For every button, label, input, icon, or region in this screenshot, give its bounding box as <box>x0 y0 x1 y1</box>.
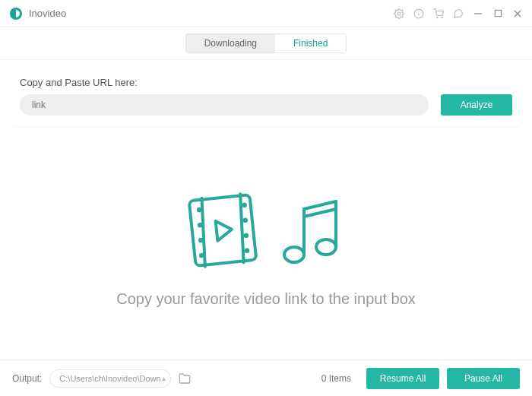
svg-line-29 <box>304 209 336 217</box>
url-label: Copy and Paste URL here: <box>20 77 512 88</box>
svg-point-21 <box>245 234 248 236</box>
info-icon[interactable] <box>413 8 424 19</box>
tab-group: Downloading Finished <box>185 33 347 53</box>
title-left: Inovideo <box>9 7 66 21</box>
folder-icon[interactable] <box>178 372 192 385</box>
resume-all-button[interactable]: Resume All <box>366 368 439 389</box>
svg-point-25 <box>316 239 336 255</box>
svg-rect-9 <box>495 10 501 16</box>
output-path-input[interactable] <box>49 369 171 388</box>
svg-point-20 <box>244 219 246 221</box>
chat-icon[interactable] <box>453 8 464 19</box>
app-logo-icon <box>9 7 23 21</box>
svg-point-6 <box>437 17 438 17</box>
svg-point-1 <box>14 12 16 14</box>
output-path-caret-icon[interactable]: ▴ <box>162 374 166 382</box>
cart-icon[interactable] <box>433 8 444 19</box>
svg-point-7 <box>442 17 442 17</box>
tabs-row: Downloading Finished <box>0 27 532 60</box>
svg-point-19 <box>243 204 245 206</box>
empty-message: Copy your favorite video link to the inp… <box>116 290 416 308</box>
svg-point-17 <box>200 239 202 241</box>
pause-all-button[interactable]: Pause All <box>447 368 520 389</box>
title-right <box>394 8 523 19</box>
svg-line-28 <box>304 201 336 209</box>
footer: Output: ▴ 0 Items Resume All Pause All <box>0 360 532 396</box>
url-input[interactable] <box>20 94 429 116</box>
settings-icon[interactable] <box>394 8 404 19</box>
svg-point-2 <box>397 12 401 15</box>
svg-point-16 <box>199 223 201 226</box>
url-section: Copy and Paste URL here: Analyze <box>12 66 520 126</box>
empty-illustration <box>185 188 347 275</box>
svg-point-18 <box>201 254 203 256</box>
music-note-icon <box>279 192 347 271</box>
svg-point-15 <box>198 208 201 211</box>
tab-downloading[interactable]: Downloading <box>185 33 275 53</box>
maximize-icon[interactable] <box>492 8 503 19</box>
url-input-row: Analyze <box>20 94 512 116</box>
svg-point-22 <box>246 249 249 252</box>
minimize-icon[interactable] <box>473 8 483 19</box>
svg-marker-23 <box>216 219 233 240</box>
items-count: 0 Items <box>321 373 351 384</box>
app-name: Inovideo <box>29 8 66 19</box>
svg-point-24 <box>284 247 304 262</box>
film-icon <box>185 188 261 275</box>
output-label: Output: <box>12 373 42 384</box>
close-icon[interactable] <box>512 8 523 19</box>
title-bar: Inovideo <box>0 0 532 27</box>
analyze-button[interactable]: Analyze <box>441 94 512 116</box>
tab-finished[interactable]: Finished <box>275 33 347 53</box>
main-area: Copy your favorite video link to the inp… <box>0 126 532 369</box>
